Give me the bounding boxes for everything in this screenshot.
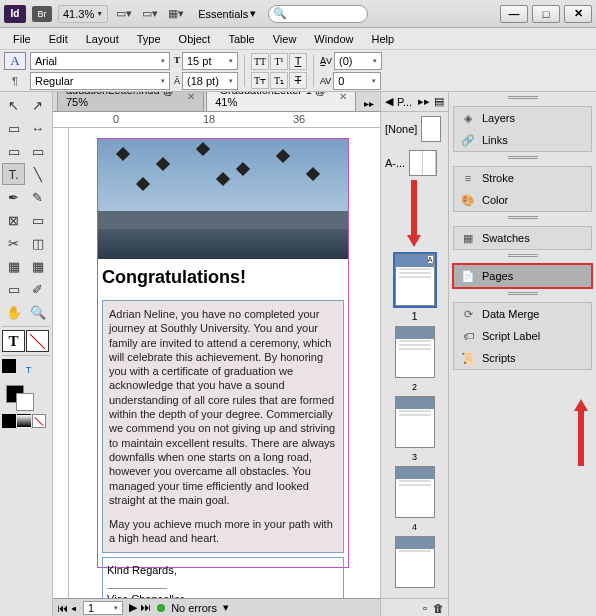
workspace-dropdown[interactable]: Essentials ▾ xyxy=(192,5,262,22)
font-size-dropdown[interactable]: 15 pt▾ xyxy=(182,52,238,70)
content-placer-tool[interactable]: ▭ xyxy=(26,140,49,162)
apply-format-text[interactable]: T xyxy=(17,359,40,381)
zoom-dropdown[interactable]: 41.3% ▼ xyxy=(58,5,108,23)
page-thumbnail[interactable]: A xyxy=(395,254,435,306)
master-none[interactable]: [None] xyxy=(381,112,448,146)
view-options-icon[interactable]: ▭▾ xyxy=(114,4,134,24)
master-a[interactable]: A-... xyxy=(381,146,448,180)
signature-frame[interactable]: Kind Regards, Vice Chancellor Julia O'Ri… xyxy=(102,557,344,599)
tabs-overflow[interactable]: ▸▸ xyxy=(358,96,380,111)
superscript-button[interactable]: T¹ xyxy=(270,53,288,70)
page-thumbnail[interactable] xyxy=(395,466,435,518)
menu-view[interactable]: View xyxy=(264,30,306,48)
scissors-tool[interactable]: ✂ xyxy=(2,232,25,254)
menu-edit[interactable]: Edit xyxy=(40,30,77,48)
close-button[interactable]: ✕ xyxy=(564,5,592,23)
dock-handle[interactable] xyxy=(449,156,596,162)
pen-tool[interactable]: ✒ xyxy=(2,186,25,208)
preflight-status-icon[interactable] xyxy=(157,604,165,612)
hand-tool[interactable]: ✋ xyxy=(2,301,25,323)
page-frame[interactable]: Congratulations! Adrian Neline, you have… xyxy=(97,138,349,568)
panel-swatches[interactable]: ▦Swatches xyxy=(454,227,591,249)
free-transform-tool[interactable]: ◫ xyxy=(26,232,49,254)
document-canvas[interactable]: Congratulations! Adrian Neline, you have… xyxy=(69,128,380,598)
document-tab[interactable]: aduationLetter.indd @ 75%✕ xyxy=(57,92,204,111)
eyedropper-tool[interactable]: ✐ xyxy=(26,278,49,300)
apply-color[interactable] xyxy=(2,359,16,373)
close-icon[interactable]: ✕ xyxy=(339,92,347,102)
dock-handle[interactable] xyxy=(449,292,596,298)
document-tab[interactable]: *GraduationLetter-1 @ 41%✕ xyxy=(206,92,356,111)
gradient-swatch-tool[interactable]: ▦ xyxy=(2,255,25,277)
close-icon[interactable]: ✕ xyxy=(187,92,195,102)
dock-handle[interactable] xyxy=(449,216,596,222)
apply-gradient[interactable] xyxy=(17,414,31,428)
page-number-field[interactable]: 1▾ xyxy=(83,601,123,615)
master-thumb[interactable] xyxy=(409,150,437,176)
type-tool[interactable]: T. xyxy=(2,163,25,185)
collapse-icon[interactable]: ◀ xyxy=(385,95,393,108)
character-mode-button[interactable]: A xyxy=(4,52,26,70)
menu-help[interactable]: Help xyxy=(362,30,403,48)
panel-pages[interactable]: 📄Pages xyxy=(454,265,591,287)
page-tool[interactable]: ▭ xyxy=(2,117,25,139)
page-nav-next[interactable]: ▶ ⏭ xyxy=(129,601,151,614)
bridge-badge[interactable]: Br xyxy=(32,6,52,22)
arrange-icon[interactable]: ▦▾ xyxy=(166,4,186,24)
menu-table[interactable]: Table xyxy=(219,30,263,48)
screen-mode-icon[interactable]: ▭▾ xyxy=(140,4,160,24)
panel-scripts[interactable]: 📜Scripts xyxy=(454,347,591,369)
direct-selection-tool[interactable]: ↗ xyxy=(26,94,49,116)
hero-image[interactable] xyxy=(98,139,348,259)
delete-page-icon[interactable]: 🗑 xyxy=(433,602,444,614)
apply-none[interactable] xyxy=(32,414,46,428)
panel-color[interactable]: 🎨Color xyxy=(454,189,591,211)
note-tool[interactable]: ▭ xyxy=(2,278,25,300)
minimize-button[interactable]: — xyxy=(500,5,528,23)
stroke-swatch[interactable] xyxy=(16,393,34,411)
zoom-tool[interactable]: 🔍 xyxy=(26,301,49,323)
menu-object[interactable]: Object xyxy=(170,30,220,48)
fill-format-frame[interactable] xyxy=(26,330,49,352)
menu-file[interactable]: File xyxy=(4,30,40,48)
maximize-button[interactable]: □ xyxy=(532,5,560,23)
font-family-dropdown[interactable]: Arial▾ xyxy=(30,52,170,70)
gap-tool[interactable]: ↔ xyxy=(26,117,49,139)
page-thumbnail[interactable] xyxy=(395,396,435,448)
page-nav-prev[interactable]: ⏮ ◀ xyxy=(57,602,77,614)
fill-stroke-swatches[interactable] xyxy=(2,385,50,413)
panel-stroke[interactable]: ≡Stroke xyxy=(454,167,591,189)
new-page-icon[interactable]: ▫ xyxy=(423,602,427,614)
subscript-button[interactable]: T₁ xyxy=(270,72,288,89)
pages-panel-header[interactable]: ◀ P... ▸▸ ▤ xyxy=(381,92,448,112)
tracking-dropdown[interactable]: 0▾ xyxy=(333,72,381,90)
chevron-down-icon[interactable]: ▾ xyxy=(223,601,229,614)
strikethrough-button[interactable]: T xyxy=(289,72,307,89)
selection-tool[interactable]: ↖ xyxy=(2,94,25,116)
menu-type[interactable]: Type xyxy=(128,30,170,48)
dock-handle[interactable] xyxy=(449,254,596,260)
rectangle-frame-tool[interactable]: ⊠ xyxy=(2,209,25,231)
pencil-tool[interactable]: ✎ xyxy=(26,186,49,208)
master-thumb[interactable] xyxy=(421,116,441,142)
panel-script-label[interactable]: 🏷Script Label xyxy=(454,325,591,347)
panel-data-merge[interactable]: ⟳Data Merge xyxy=(454,303,591,325)
search-input[interactable]: 🔍 xyxy=(268,5,368,23)
rectangle-tool[interactable]: ▭ xyxy=(26,209,49,231)
gradient-feather-tool[interactable]: ▦ xyxy=(26,255,49,277)
body-text-frame[interactable]: Adrian Neline, you have no completed you… xyxy=(102,300,344,553)
paragraph-mode-button[interactable]: ¶ xyxy=(4,72,26,90)
page-thumbnail[interactable] xyxy=(395,326,435,378)
vertical-ruler[interactable] xyxy=(53,128,69,598)
panel-layers[interactable]: ◈Layers xyxy=(454,107,591,129)
fill-format-text[interactable]: T xyxy=(2,330,25,352)
leading-dropdown[interactable]: (18 pt)▾ xyxy=(182,72,238,90)
smallcaps-button[interactable]: Tᴛ xyxy=(251,72,269,89)
kerning-dropdown[interactable]: (0)▾ xyxy=(334,52,382,70)
menu-layout[interactable]: Layout xyxy=(77,30,128,48)
allcaps-button[interactable]: TT xyxy=(251,53,269,70)
content-collector-tool[interactable]: ▭ xyxy=(2,140,25,162)
underline-button[interactable]: T xyxy=(289,53,307,70)
expand-icon[interactable]: ▸▸ xyxy=(418,95,430,108)
dock-handle[interactable] xyxy=(449,96,596,102)
